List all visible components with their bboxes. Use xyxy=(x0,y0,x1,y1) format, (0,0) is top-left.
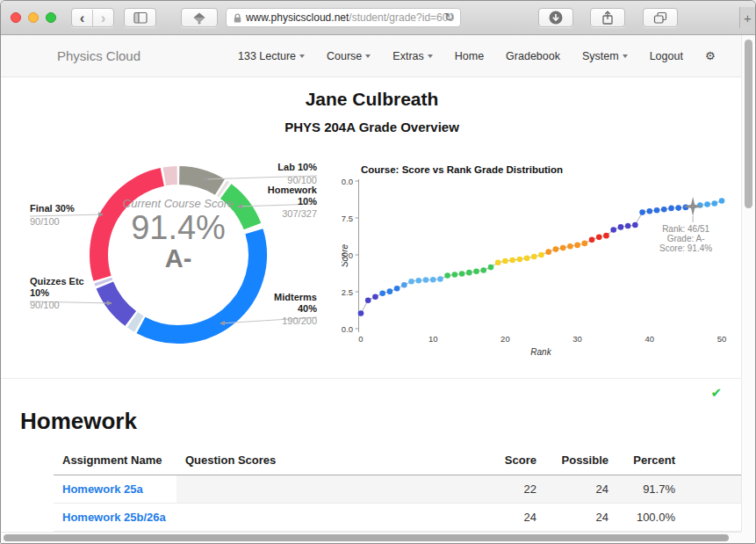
score-rank-scatter-chart: Course: Score vs Rank Grade Distribution… xyxy=(342,163,743,364)
label-value: 307/327 xyxy=(268,207,317,220)
data-point xyxy=(480,267,486,273)
forward-button[interactable]: › xyxy=(93,10,113,26)
data-point xyxy=(719,198,725,204)
horizontal-scrollbar-thumb[interactable] xyxy=(4,534,729,541)
donut-segment xyxy=(103,280,104,283)
assignment-link[interactable]: Homework 25b/26a xyxy=(62,511,166,524)
share-button[interactable] xyxy=(590,8,625,27)
brand-logo[interactable]: Physics Cloud xyxy=(57,35,140,76)
assignment-link[interactable]: Homework 25a xyxy=(62,482,143,496)
label-text: Homework xyxy=(268,185,317,196)
table-row: Homework 25b/26a 24 24 100.0% xyxy=(54,504,743,532)
data-point xyxy=(423,277,429,283)
donut-segment xyxy=(104,285,130,318)
nav-item-home[interactable]: Home xyxy=(455,50,484,62)
data-point xyxy=(639,209,645,215)
downloads-button[interactable] xyxy=(538,8,573,27)
x-tick-label: 40 xyxy=(645,334,655,344)
nav-item-course-label: Course xyxy=(327,50,362,62)
col-question-scores: Question Scores xyxy=(176,446,493,475)
percent-cell: 100.0% xyxy=(617,504,684,532)
data-point xyxy=(495,259,501,265)
data-point xyxy=(358,310,364,316)
donut-segment xyxy=(133,320,139,324)
label-text: 40% xyxy=(274,303,317,315)
annotation-text: Rank: 46/51 xyxy=(662,224,709,234)
x-axis-label: Rank xyxy=(530,347,551,357)
label-value: 90/100 xyxy=(30,298,84,311)
data-point xyxy=(531,254,537,260)
nav-item-logout[interactable]: Logout xyxy=(650,50,683,62)
col-score: Score xyxy=(493,446,545,475)
label-text: Quizzes Etc xyxy=(30,276,84,287)
data-point xyxy=(596,235,602,241)
site-navbar: Physics Cloud 133 Lecture Course Extras … xyxy=(1,35,741,77)
label-value: 90/100 xyxy=(30,214,75,228)
scrollbar-corner xyxy=(741,532,755,543)
nav-item-extras-label: Extras xyxy=(392,50,423,62)
y-tick-label: 87.5 xyxy=(342,214,353,223)
donut-label-lab: Lab 10% 90/100 xyxy=(277,162,317,185)
data-point xyxy=(502,258,508,265)
current-grade-value: A- xyxy=(90,245,266,272)
col-assignment-name: Assignment Name xyxy=(54,446,176,475)
current-student-star xyxy=(683,197,702,216)
data-point xyxy=(524,255,530,261)
nav-item-system-label: System xyxy=(582,50,619,62)
vertical-scrollbar-thumb[interactable] xyxy=(745,40,752,208)
score-cell: 22 xyxy=(493,475,545,504)
settings-button[interactable]: ⚙ xyxy=(705,49,716,62)
grade-donut-chart: Current Course Score 91.4% A- Lab 10% 90… xyxy=(23,158,326,359)
new-tab-button[interactable]: + xyxy=(739,7,755,28)
course-subtitle: PHYS 204A Grade Overview xyxy=(1,120,743,134)
nav-item-extras[interactable]: Extras xyxy=(392,50,432,62)
data-point xyxy=(401,282,407,288)
data-point xyxy=(545,249,551,255)
label-value: 90/100 xyxy=(277,173,317,186)
question-scores-cell xyxy=(176,475,493,504)
data-point xyxy=(430,277,436,283)
percent-cell: 91.7% xyxy=(617,475,684,504)
x-tick-label: 20 xyxy=(500,334,510,344)
url-address-field[interactable]: www.physicscloud.net/student/grade?id=60… xyxy=(226,8,461,27)
check-icon: ✔ xyxy=(710,385,722,401)
back-button[interactable]: ‹ xyxy=(72,10,93,26)
data-point xyxy=(632,222,638,228)
minimize-window-button[interactable] xyxy=(28,12,39,23)
donut-segment xyxy=(164,176,176,177)
share-icon xyxy=(600,10,616,26)
url-path-text: /student/grade?id=600 xyxy=(349,11,454,24)
history-nav-group: ‹ › xyxy=(71,8,114,27)
data-point xyxy=(610,227,616,233)
col-percent: Percent xyxy=(617,446,684,475)
donut-label-quizzes: Quizzes Etc 10% 90/100 xyxy=(30,276,84,311)
data-point xyxy=(466,270,472,276)
url-host-text: www.physicscloud.net xyxy=(246,11,349,24)
extension-button[interactable] xyxy=(181,8,218,27)
nav-item-lecture[interactable]: 133 Lecture xyxy=(238,50,305,62)
data-point xyxy=(618,224,624,230)
nav-item-course[interactable]: Course xyxy=(327,50,371,62)
zoom-window-button[interactable] xyxy=(46,12,56,23)
filler-cell xyxy=(684,504,743,532)
chevron-down-icon xyxy=(428,54,433,58)
sidebar-button[interactable] xyxy=(124,8,156,27)
download-icon xyxy=(548,10,564,25)
data-point xyxy=(488,265,494,271)
homework-section-heading: Homework xyxy=(20,408,137,435)
reload-icon[interactable]: ↻ xyxy=(444,11,454,24)
close-window-button[interactable] xyxy=(11,12,21,23)
nav-item-system[interactable]: System xyxy=(582,50,628,62)
vertical-scrollbar-track[interactable] xyxy=(741,35,755,532)
horizontal-scrollbar-track[interactable] xyxy=(1,532,743,543)
show-tabs-button[interactable] xyxy=(643,8,678,27)
data-point xyxy=(473,269,479,275)
data-point xyxy=(675,205,681,211)
nav-item-gradebook[interactable]: Gradebook xyxy=(506,50,560,62)
annotation-text: Score: 91.4% xyxy=(659,243,712,253)
data-point xyxy=(387,288,393,294)
data-point xyxy=(538,252,544,258)
current-score-value: 91.4% xyxy=(90,210,266,245)
page-content: Jane Culbreath PHYS 204A Grade Overview … xyxy=(1,77,743,532)
nav-links: 133 Lecture Course Extras Home Gradebook… xyxy=(238,35,716,76)
